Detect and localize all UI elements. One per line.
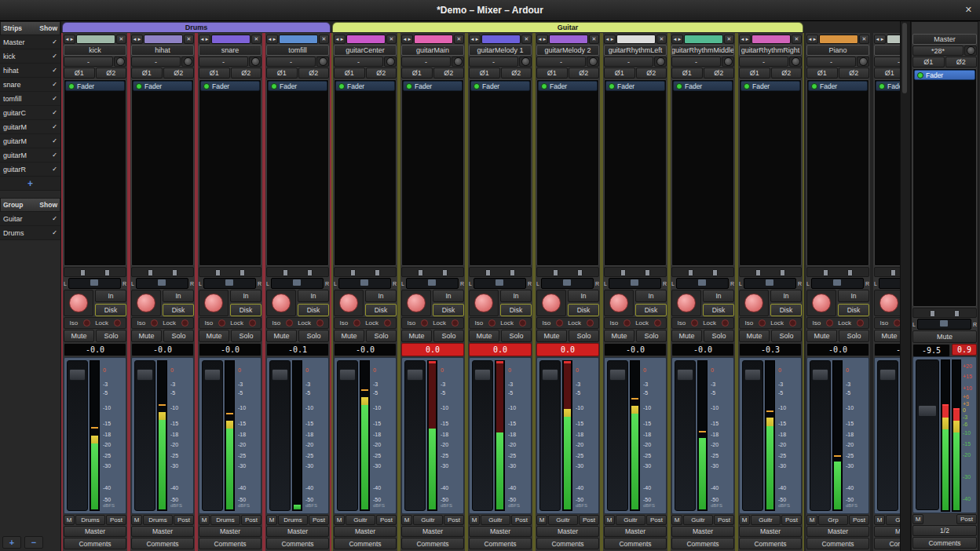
processor-box[interactable]: Fader [131, 79, 194, 266]
solo-button[interactable]: Solo [569, 330, 599, 342]
fader-active-led[interactable] [68, 83, 75, 89]
pan-width-handle-right[interactable] [577, 269, 583, 276]
solo-button[interactable]: Solo [839, 330, 869, 342]
pan-width-track[interactable] [874, 267, 900, 277]
metering-point-button[interactable]: Post [579, 515, 599, 525]
metering-point-button[interactable]: Post [106, 515, 126, 525]
group-button[interactable]: Grp [818, 515, 848, 525]
fader-handle[interactable] [542, 369, 558, 381]
invert-phase-1-button[interactable]: Ø1 [874, 68, 900, 78]
pan-width-handle-right[interactable] [442, 269, 448, 276]
pan-slider[interactable] [474, 278, 526, 289]
pan-width-handle-left[interactable] [418, 269, 423, 276]
strip-name-button[interactable]: guitarMelody 1 [469, 45, 532, 56]
fader-processor[interactable]: Fader [470, 81, 530, 91]
master-fader-handle[interactable] [918, 405, 937, 417]
strip-width-button[interactable]: ◄► [536, 35, 548, 44]
monitor-disk-button[interactable]: Disk [365, 304, 397, 316]
record-enable-button[interactable] [137, 294, 155, 312]
solo-lock-led[interactable] [316, 319, 324, 327]
fader-active-led[interactable] [271, 83, 277, 89]
fader-processor[interactable]: Fader [876, 81, 900, 91]
pan-width-handle-right[interactable] [645, 269, 650, 276]
invert-phase-2-button[interactable]: Ø2 [839, 68, 870, 78]
master-fader-track[interactable] [916, 359, 939, 510]
add-group-button[interactable]: + [2, 536, 21, 549]
solo-isolate-led[interactable] [353, 319, 360, 327]
record-enable-button[interactable] [272, 294, 291, 312]
gain-display[interactable]: -0.0 [604, 343, 667, 356]
output-button[interactable]: Master [64, 526, 126, 537]
mute-button[interactable]: Mute [874, 330, 900, 342]
fader-handle[interactable] [407, 369, 423, 381]
fader-processor[interactable]: Fader [605, 81, 665, 91]
pan-width-track[interactable] [739, 267, 802, 277]
processor-box[interactable]: Fader [469, 79, 532, 266]
solo-button[interactable]: Solo [231, 330, 261, 342]
fader-processor[interactable]: Fader [200, 81, 260, 91]
solo-button[interactable]: Solo [366, 330, 397, 342]
fader-track[interactable] [472, 360, 493, 511]
group-button[interactable]: Guitr [751, 515, 781, 525]
master-assign-button[interactable]: M [334, 515, 345, 525]
solo-lock-led[interactable] [384, 319, 391, 327]
pan-width-track[interactable] [334, 267, 397, 277]
solo-isolate-led[interactable] [83, 319, 90, 327]
pan-width-track[interactable] [64, 267, 126, 277]
add-strip-button[interactable]: + [0, 177, 60, 191]
gain-display[interactable]: -0.0 [671, 343, 734, 356]
comments-button[interactable]: Comments [401, 538, 464, 549]
strip-name-button[interactable]: Piano [806, 45, 869, 56]
mute-button[interactable]: Mute [131, 330, 162, 342]
trim-knob[interactable] [519, 57, 532, 67]
group-button[interactable]: Grp [886, 515, 900, 525]
fader-track[interactable] [337, 360, 358, 511]
strip-color-bar[interactable] [211, 35, 250, 44]
strip-visibility-row[interactable]: snare✓ [0, 78, 60, 92]
monitor-input-button[interactable]: In [838, 290, 869, 302]
solo-lock-led[interactable] [722, 319, 729, 327]
fader-processor[interactable]: Fader [268, 81, 327, 91]
input-button[interactable]: - [266, 57, 316, 67]
fader-handle[interactable] [812, 369, 828, 381]
strip-name-button[interactable]: guitarRhythmLeft [604, 45, 667, 56]
strip-width-button[interactable]: ◄► [266, 35, 278, 44]
monitor-input-button[interactable]: In [95, 290, 126, 302]
fader-handle[interactable] [137, 369, 153, 381]
processor-box[interactable]: Fader [806, 79, 869, 266]
fader-track[interactable] [134, 360, 155, 511]
master-assign-button[interactable]: M [806, 515, 817, 525]
comments-button[interactable]: Comments [266, 538, 329, 549]
invert-phase-1-button[interactable]: Ø1 [536, 68, 568, 78]
solo-isolate-led[interactable] [421, 319, 428, 327]
fader-active-led[interactable] [879, 83, 885, 89]
group-button[interactable]: Guitr [548, 515, 578, 525]
pan-slider[interactable] [676, 278, 729, 289]
output-button[interactable]: Master [874, 526, 900, 537]
record-enable-button[interactable] [69, 294, 88, 312]
metering-point-button[interactable]: Post [849, 515, 869, 525]
pan-handle[interactable] [833, 279, 841, 286]
solo-button[interactable]: Solo [771, 330, 802, 342]
master-assign-button[interactable]: M [739, 515, 750, 525]
solo-lock-led[interactable] [114, 319, 121, 327]
strip-name-button[interactable]: tomfill [266, 45, 329, 56]
strip-color-bar[interactable] [76, 35, 115, 44]
gain-display[interactable]: 0.0 [536, 343, 599, 356]
strip-visibility-row[interactable]: tomfill✓ [0, 92, 60, 106]
fader-track[interactable] [675, 360, 696, 511]
comments-button[interactable]: Comments [604, 538, 667, 549]
invert-phase-2-button[interactable]: Ø2 [433, 68, 465, 78]
trim-knob[interactable] [114, 57, 126, 67]
master-assign-button[interactable]: M [266, 515, 277, 525]
strip-width-button[interactable]: ◄► [604, 35, 616, 44]
mute-button[interactable]: Mute [604, 330, 634, 342]
pan-width-handle-left[interactable] [80, 269, 86, 276]
strip-color-bar[interactable] [751, 35, 791, 44]
master-trim-knob[interactable] [964, 46, 977, 56]
monitor-disk-button[interactable]: Disk [95, 304, 126, 316]
pan-width-handle-left[interactable] [148, 269, 153, 276]
master-assign-button[interactable]: M [912, 514, 923, 524]
monitor-disk-button[interactable]: Disk [163, 304, 194, 316]
pan-slider[interactable] [338, 278, 391, 289]
